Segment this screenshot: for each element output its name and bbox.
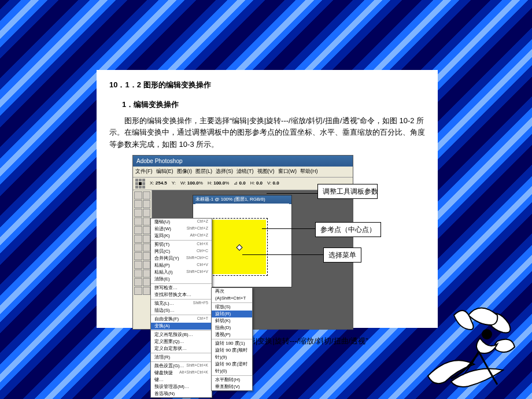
sub-heading: 1．编辑变换操作 — [122, 99, 425, 110]
menu-item[interactable]: 预设管理器(M)… — [151, 383, 212, 390]
opt-x: X: 254.5 — [150, 180, 167, 187]
menu-item[interactable]: 拼写检查… — [151, 285, 212, 291]
menu-item[interactable]: 定义自定形状… — [151, 345, 212, 352]
document-titlebar: 未标题-1 @ 100% (图层1, RGB/8) — [193, 195, 291, 204]
menu-item[interactable]: 键盘快捷键…Alt+Shift+Ctrl+K — [151, 370, 212, 383]
menu-item[interactable]: 首选项(N) — [151, 390, 212, 397]
window-titlebar: Adobe Photoshop — [133, 156, 353, 167]
opt-v-skew: V: 0.0 — [267, 180, 279, 187]
menu-item[interactable]: 合并拷贝(Y)Shift+Ctrl+C — [151, 255, 212, 262]
opt-h: H: 100.0% — [208, 180, 229, 187]
opt-angle: ⊿ 0.0 — [234, 180, 245, 187]
leader-line — [267, 193, 317, 194]
menu-item[interactable]: 拷贝(C)Ctrl+C — [151, 248, 212, 255]
menu-item[interactable]: 清除(E) — [151, 276, 212, 283]
menubar-item[interactable]: 选择(S) — [216, 168, 233, 174]
menubar-item[interactable]: 文件(F) — [135, 168, 153, 174]
leader-line — [262, 228, 315, 229]
menubar[interactable]: 文件(F)编辑(E)图像(I)图层(L)选择(S)滤镜(T)视图(V)窗口(W)… — [133, 167, 353, 178]
menu-item[interactable]: 颜色设置(G)…Shift+Ctrl+K — [151, 363, 212, 370]
opt-w: W: 100.0% — [180, 180, 203, 187]
menubar-item[interactable]: 编辑(E) — [156, 168, 173, 174]
leader-line — [242, 254, 323, 255]
menu-item[interactable]: 缩放(S) — [212, 304, 252, 311]
menu-item[interactable]: 定义图案(Q)… — [151, 338, 212, 345]
annotation-box: 选择菜单 — [323, 247, 361, 263]
menu-item[interactable]: 水平翻转(H) — [212, 376, 252, 383]
svg-point-0 — [482, 330, 492, 339]
menubar-item[interactable]: 窗口(W) — [278, 168, 297, 174]
photoshop-window: Adobe Photoshop 文件(F)编辑(E)图像(I)图层(L)选择(S… — [132, 155, 353, 330]
menu-item[interactable]: 旋转 90 度(顺时针)(9) — [212, 347, 252, 361]
menu-item[interactable]: 撤销(U)Ctrl+Z — [151, 219, 212, 226]
menu-item[interactable]: 透视(P) — [212, 331, 252, 338]
menu-item[interactable]: 前进(W)Shift+Ctrl+Z — [151, 226, 212, 232]
transform-submenu-dropdown[interactable]: 再次(A)Shift+Ctrl+T缩放(S)旋转(R)斜切(K)扭曲(D)透视(… — [211, 287, 253, 391]
flower-ornament-icon — [411, 289, 526, 393]
annotation-box: 参考点（中心点） — [315, 222, 381, 238]
document-page: 10．1．2 图形的编辑变换操作 1．编辑变换操作 图形的编辑变换操作，主要选择… — [97, 70, 438, 328]
menu-item[interactable]: 返回(K)Alt+Ctrl+Z — [151, 232, 212, 239]
menubar-item[interactable]: 图像(I) — [177, 168, 193, 174]
transform-bounding-box[interactable] — [212, 220, 266, 274]
menu-item[interactable]: 剪切(T)Ctrl+X — [151, 241, 212, 248]
menu-item[interactable]: 清理(R) — [151, 354, 212, 361]
menu-item[interactable]: 旋转 180 度(1) — [212, 340, 252, 347]
menu-item[interactable]: 自由变换(F)Ctrl+T — [151, 316, 212, 323]
tools-panel[interactable] — [133, 190, 152, 329]
reference-point-icon[interactable] — [135, 179, 145, 189]
menu-item[interactable]: 再次(A)Shift+Ctrl+T — [212, 288, 252, 302]
edit-menu-dropdown[interactable]: 撤销(U)Ctrl+Z前进(W)Shift+Ctrl+Z返回(K)Alt+Ctr… — [150, 218, 212, 398]
menu-item[interactable]: 粘贴入(I)Shift+Ctrl+V — [151, 269, 212, 276]
menu-item[interactable]: 旋转 90 度(逆时针)(0) — [212, 361, 252, 375]
opt-h-skew: H: 0.0 — [250, 180, 263, 187]
menu-item[interactable]: 描边(S)… — [151, 307, 212, 314]
menubar-item[interactable]: 滤镜(T) — [237, 168, 254, 174]
menu-item[interactable]: 垂直翻转(V) — [212, 383, 252, 390]
menu-item[interactable]: 扭曲(D) — [212, 324, 252, 331]
menu-item[interactable]: 查找和替换文本… — [151, 291, 212, 298]
body-paragraph: 图形的编辑变换操作，主要选择“编辑|变换|旋转---/缩放/斜切/扭曲/透视”命… — [109, 115, 425, 150]
menu-item[interactable]: 填充(L)…Shift+F5 — [151, 300, 212, 307]
menu-item[interactable]: 变换(A) — [151, 323, 212, 330]
menubar-item[interactable]: 图层(L) — [195, 168, 212, 174]
menu-item[interactable]: 斜切(K) — [212, 317, 252, 324]
figure-10-2: Adobe Photoshop 文件(F)编辑(E)图像(I)图层(L)选择(S… — [132, 155, 393, 330]
menu-item[interactable]: 旋转(R) — [212, 311, 252, 317]
annotation-box: 调整工具调板参数 — [317, 184, 378, 200]
menubar-item[interactable]: 视图(V) — [257, 168, 275, 174]
section-heading: 10．1．2 图形的编辑变换操作 — [109, 79, 425, 91]
menu-item[interactable]: 粘贴(P)Ctrl+V — [151, 262, 212, 269]
menu-item[interactable]: 定义画笔预设(B)… — [151, 331, 212, 338]
menubar-item[interactable]: 帮助(H) — [300, 168, 318, 174]
opt-y: Y: — [172, 180, 176, 187]
